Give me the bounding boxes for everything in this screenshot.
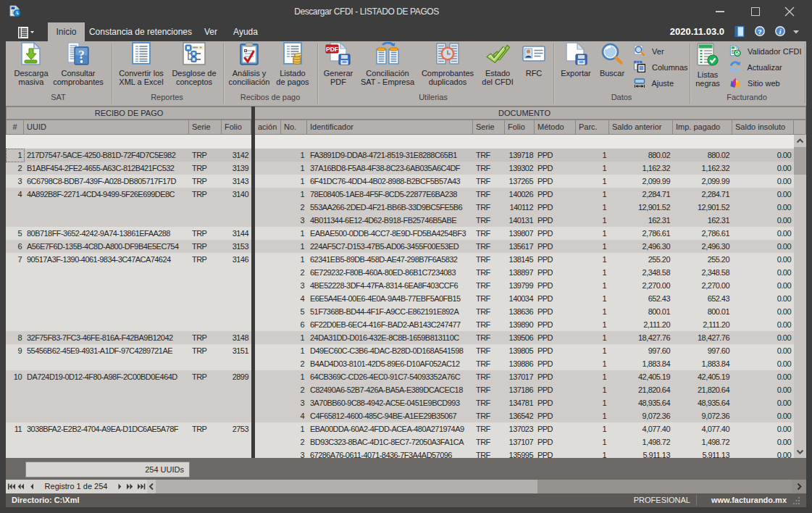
svg-text:?: ?: [78, 48, 85, 62]
svg-text:i: i: [779, 28, 782, 36]
svg-text:PDF: PDF: [326, 46, 338, 53]
svg-text:?: ?: [758, 28, 762, 36]
